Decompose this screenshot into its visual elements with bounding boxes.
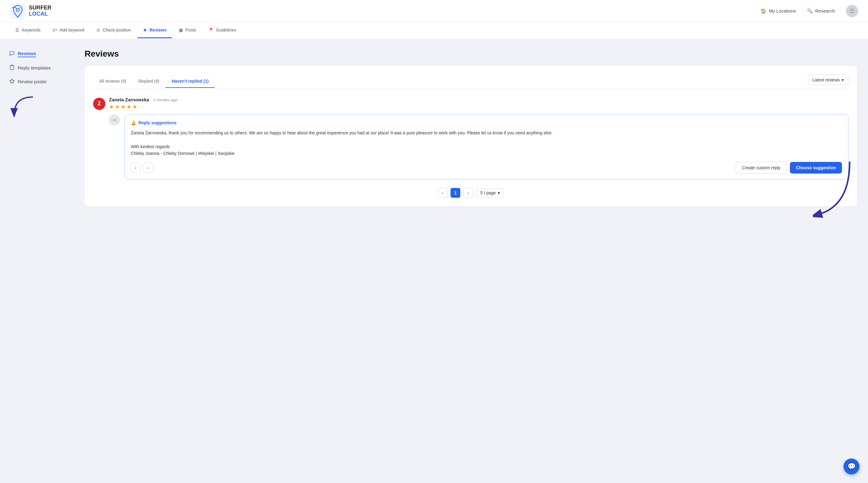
- topnav-check-position[interactable]: ⊙ Check position: [91, 23, 136, 38]
- logo-text: SURFER LOCAL: [29, 5, 52, 17]
- logo[interactable]: SURFER LOCAL: [10, 3, 52, 19]
- svg-marker-3: [10, 79, 14, 83]
- header-nav: 🏠 My Locations 🔍 Research ☰: [761, 5, 858, 17]
- pagination: ‹ 1 › 5 / page ▾: [93, 188, 848, 198]
- sort-label: Latest reviews: [812, 77, 840, 82]
- star-rating: ★ ★ ★ ★ ★: [109, 103, 178, 110]
- reviewer-info: Żaneta Żarnowska 2 months ago ★ ★ ★ ★ ★: [109, 97, 178, 110]
- target-icon: ⊙: [96, 28, 100, 32]
- next-suggestion-button[interactable]: ›: [143, 163, 153, 173]
- tabs-group: All reviews (9) Replied (8) Haven't repl…: [93, 75, 215, 88]
- star-5: ★: [132, 103, 137, 110]
- reviewer-name: Żaneta Żarnowska: [109, 97, 149, 102]
- menu-icon: ☰: [849, 8, 855, 14]
- sidebar-review-poster-label: Review poster: [18, 79, 47, 84]
- topnav-guidelines[interactable]: 📍 Guidelines: [203, 23, 242, 38]
- research-link[interactable]: 🔍 Research: [807, 8, 835, 14]
- chevron-down-icon: ▾: [498, 190, 500, 195]
- page-title: Reviews: [85, 49, 857, 59]
- suggestion-footer: ‹ › Create custom reply Choose suggestio…: [131, 162, 842, 173]
- svg-text:CJ: CJ: [113, 119, 116, 122]
- chevron-down-icon: ▾: [842, 77, 844, 82]
- sidebar-reviews-label: Reviews: [18, 51, 36, 56]
- topnav-add-keyword[interactable]: 🏷 Add keyword: [47, 23, 90, 38]
- suggestion-box: 🔔 Reply suggestions Żaneta Żarnowska, th…: [124, 115, 848, 180]
- chat-bubble-icon: 💬: [847, 462, 856, 471]
- star-4: ★: [126, 103, 131, 110]
- clipboard-icon: [9, 65, 15, 71]
- per-page-dropdown[interactable]: 5 / page ▾: [476, 188, 504, 197]
- header: SURFER LOCAL 🏠 My Locations 🔍 Research ☰: [0, 0, 868, 22]
- reviewer-row: Ż Żaneta Żarnowska 2 months ago ★ ★ ★ ★ …: [93, 97, 848, 110]
- my-locations-link[interactable]: 🏠 My Locations: [761, 8, 796, 14]
- logo-icon: [10, 3, 26, 19]
- star-badge-icon: [9, 78, 15, 85]
- reviewer-time: 2 months ago: [153, 98, 178, 102]
- search-icon: 🔍: [807, 8, 813, 14]
- suggestion-header: 🔔 Reply suggestions: [131, 120, 842, 125]
- sidebar: Reviews Reply templates Review: [0, 39, 73, 483]
- sidebar-item-reply-templates[interactable]: Reply templates: [5, 62, 69, 74]
- business-logo-icon: CJ: [109, 115, 120, 126]
- bell-icon: 🔔: [131, 120, 136, 125]
- star-1: ★: [109, 103, 114, 110]
- topnav: ☰ Keywords 🏷 Add keyword ⊙ Check positio…: [0, 22, 868, 39]
- svg-rect-2: [11, 65, 13, 66]
- star-icon: ★: [143, 28, 147, 32]
- suggestion-body: Żaneta Żarnowska, thank you for recommen…: [131, 129, 842, 157]
- sidebar-item-review-poster[interactable]: Review poster: [5, 75, 69, 88]
- tab-havent-replied[interactable]: Haven't replied (1): [165, 75, 215, 88]
- tab-all-reviews[interactable]: All reviews (9): [93, 75, 132, 88]
- action-buttons: Create custom reply Choose suggestion: [736, 162, 842, 173]
- next-page-button[interactable]: ›: [463, 188, 473, 198]
- grid-icon: ▦: [179, 28, 183, 32]
- sidebar-reply-templates-label: Reply templates: [18, 65, 51, 70]
- tab-replied[interactable]: Replied (8): [132, 75, 165, 88]
- sort-dropdown[interactable]: Latest reviews ▾: [808, 75, 848, 85]
- sidebar-item-reviews[interactable]: Reviews: [5, 48, 69, 60]
- user-avatar[interactable]: ☰: [846, 5, 858, 17]
- topnav-posts[interactable]: ▦ Posts: [173, 23, 202, 38]
- choose-suggestion-button[interactable]: Choose suggestion: [790, 162, 842, 173]
- review-item: Ż Żaneta Żarnowska 2 months ago ★ ★ ★ ★ …: [93, 97, 848, 180]
- business-avatar: CJ: [109, 115, 120, 126]
- main-content: Reviews All reviews (9) Replied (8) Have…: [73, 39, 868, 483]
- arrow-annotation-left: [5, 94, 39, 119]
- reviews-card: All reviews (9) Replied (8) Haven't repl…: [85, 66, 857, 206]
- prev-suggestion-button[interactable]: ‹: [131, 163, 141, 173]
- list-icon: ☰: [15, 28, 19, 32]
- prev-page-button[interactable]: ‹: [438, 188, 447, 198]
- home-icon: 🏠: [761, 8, 766, 14]
- create-custom-reply-button[interactable]: Create custom reply: [736, 162, 787, 173]
- topnav-reviews[interactable]: ★ Reviews: [137, 23, 172, 38]
- map-pin-icon: 📍: [208, 28, 214, 32]
- chat-button[interactable]: 💬: [843, 458, 860, 475]
- reviewer-avatar: Ż: [93, 98, 105, 110]
- tag-icon: 🏷: [53, 28, 57, 32]
- tabs-row: All reviews (9) Replied (8) Haven't repl…: [93, 75, 848, 89]
- chat-icon: [9, 51, 15, 57]
- nav-arrows: ‹ ›: [131, 163, 153, 173]
- star-2: ★: [115, 103, 120, 110]
- reply-box-wrap: CJ 🔔 Reply suggestions Żaneta Żarnowska,…: [93, 115, 848, 180]
- topnav-keywords[interactable]: ☰ Keywords: [10, 23, 46, 38]
- star-3: ★: [121, 103, 126, 110]
- current-page: 1: [451, 188, 460, 198]
- main-layout: Reviews Reply templates Review: [0, 39, 868, 483]
